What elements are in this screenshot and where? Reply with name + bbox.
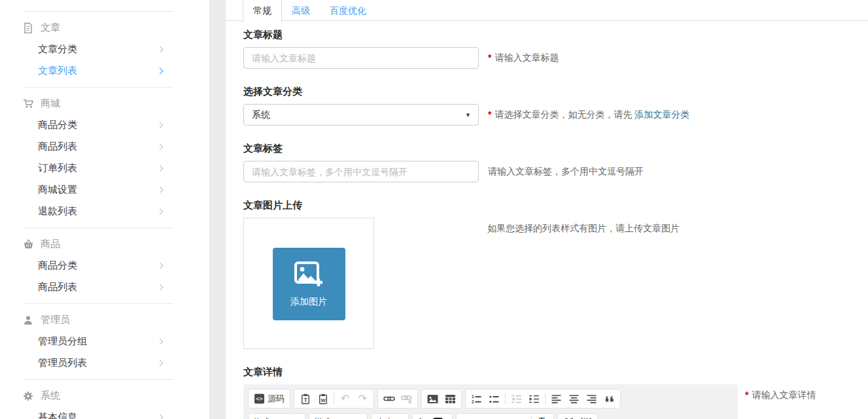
bold-button[interactable]: B: [459, 414, 476, 419]
sidebar-section-label: 文章: [41, 22, 60, 34]
paste-from-word-button[interactable]: W: [314, 391, 332, 407]
align-left-button[interactable]: [547, 391, 565, 407]
insert-table-button[interactable]: [442, 391, 459, 407]
format-dropdown[interactable]: 格式▾: [248, 413, 305, 419]
goods-icon: [23, 239, 34, 250]
insert-image-button[interactable]: [424, 391, 442, 407]
sidebar-section-文章[interactable]: 文章: [0, 17, 209, 39]
editor-toolbar-row2: 格式▾样式▾大小▾A▾A▾BIUSTx: [246, 411, 735, 419]
sidebar-item-label: 订单列表: [38, 162, 77, 175]
sidebar-item-退款列表[interactable]: 退款列表: [0, 201, 209, 222]
article-title-group: 文章标题 *请输入文章标题: [243, 29, 868, 69]
sidebar-item-label: 管理员列表: [38, 357, 87, 369]
bulleted-list-button[interactable]: [485, 391, 503, 407]
sidebar-section-商城[interactable]: 商城: [0, 93, 209, 114]
rich-text-editor: <>源码TW↶↷12 格式▾样式▾大小▾A▾A▾BIUSTx: [243, 384, 738, 419]
sidebar-section-label: 商品: [41, 238, 60, 250]
sidebar-item-基本信息[interactable]: 基本信息: [0, 407, 209, 419]
increase-indent-button[interactable]: [525, 391, 543, 407]
sidebar-item-商品列表[interactable]: 商品列表: [0, 136, 209, 158]
sidebar-item-label: 文章列表: [38, 65, 77, 77]
sidebar-item-订单列表[interactable]: 订单列表: [0, 158, 209, 179]
blockquote-button[interactable]: [600, 391, 618, 407]
admin-icon: [23, 314, 34, 326]
sidebar-divider: [23, 303, 173, 304]
blockquote-icon: [604, 394, 615, 404]
sidebar-item-label: 商城设置: [38, 184, 77, 196]
toolbar-group: A▾A▾: [412, 413, 453, 419]
sidebar-section-管理员[interactable]: 管理员: [0, 309, 209, 331]
italic-button[interactable]: I: [476, 414, 494, 419]
maximize-button[interactable]: [560, 414, 578, 419]
sidebar-item-商城设置[interactable]: 商城设置: [0, 179, 209, 201]
tab-百度优化[interactable]: 百度优化: [320, 0, 376, 21]
numbered-list-button[interactable]: 12: [468, 391, 485, 407]
remove-format-button[interactable]: Tx: [534, 414, 551, 419]
svg-text:<>: <>: [256, 395, 263, 402]
sidebar-divider: [23, 379, 173, 380]
sidebar-divider: [23, 11, 173, 12]
text-color-button[interactable]: A▾: [415, 414, 432, 419]
font-size-dropdown[interactable]: 大小▾: [371, 413, 409, 419]
category-select[interactable]: 系统 ▼: [243, 104, 479, 126]
chevron-right-icon: [157, 339, 164, 345]
strikethrough-button[interactable]: S: [512, 414, 529, 419]
unlink-icon: [401, 394, 413, 404]
sidebar-section-系统[interactable]: 系统: [0, 385, 209, 407]
redo-button: ↷: [354, 391, 372, 407]
required-asterisk: *: [488, 109, 491, 120]
article-detail-hint: *请输入文章详情: [745, 390, 816, 401]
link-button[interactable]: [380, 391, 398, 407]
sidebar-item-管理员列表[interactable]: 管理员列表: [0, 352, 209, 374]
tab-高级[interactable]: 高级: [282, 0, 320, 21]
chevron-right-icon: [157, 144, 164, 150]
background-color-button[interactable]: A▾: [432, 414, 450, 419]
article-form: 文章标题 *请输入文章标题 选择文章分类 系统 ▼ *请选择文章分类，如: [226, 21, 868, 419]
add-category-link[interactable]: 添加文章分类: [634, 109, 689, 120]
category-select-value: 系统: [252, 109, 270, 121]
system-icon: [23, 390, 34, 401]
article-icon: [23, 22, 34, 33]
chevron-right-icon: [157, 360, 164, 367]
tab-常规[interactable]: 常规: [243, 0, 282, 22]
sidebar-item-label: 商品列表: [38, 141, 77, 153]
chevron-right-icon: [157, 209, 164, 215]
underline-button[interactable]: U: [494, 414, 512, 419]
redo-icon: ↷: [358, 394, 367, 404]
sidebar-item-商品列表[interactable]: 商品列表: [0, 277, 209, 298]
toolbar-group: [557, 413, 598, 419]
toolbar-separator: [334, 393, 334, 405]
sidebar-item-管理员分组[interactable]: 管理员分组: [0, 331, 209, 352]
sidebar-section-商品[interactable]: 商品: [0, 233, 209, 255]
article-image-label: 文章图片上传: [243, 199, 868, 212]
toolbar-group: 12: [465, 389, 621, 409]
toolbar-group: [377, 389, 418, 409]
show-blocks-button[interactable]: [578, 414, 595, 419]
image-upload-box[interactable]: 添加图片: [243, 218, 374, 349]
add-image-button[interactable]: 添加图片: [273, 248, 345, 320]
article-title-hint: *请输入文章标题: [488, 52, 559, 64]
chevron-right-icon: [157, 284, 164, 291]
align-right-button[interactable]: [583, 391, 600, 407]
sidebar-item-label: 商品分类: [38, 260, 77, 272]
paste-text-button[interactable]: T: [296, 391, 314, 407]
article-tags-input[interactable]: [243, 161, 479, 182]
sidebar-item-商品分类[interactable]: 商品分类: [0, 114, 209, 136]
source-button[interactable]: <>源码: [251, 391, 288, 407]
decrease-indent-button: [508, 391, 525, 407]
sidebar-item-文章列表[interactable]: 文章列表: [0, 60, 209, 82]
editor-toolbar-row1: <>源码TW↶↷12: [246, 386, 735, 411]
align-center-button[interactable]: [565, 391, 583, 407]
align-center-icon: [568, 394, 580, 404]
sidebar-item-文章分类[interactable]: 文章分类: [0, 39, 209, 60]
sidebar-item-商品分类[interactable]: 商品分类: [0, 255, 209, 277]
sidebar-item-label: 文章分类: [38, 43, 77, 56]
styles-dropdown-label: 样式: [314, 416, 331, 419]
chevron-right-icon: [157, 165, 164, 172]
styles-dropdown[interactable]: 样式▾: [309, 413, 368, 419]
sidebar-item-label: 商品列表: [38, 281, 77, 293]
link-icon: [383, 394, 395, 404]
toolbar-separator: [505, 393, 506, 405]
sidebar: 文章文章分类文章列表商城商品分类商品列表订单列表商城设置退款列表商品商品分类商品…: [0, 0, 209, 419]
article-title-input[interactable]: [243, 47, 479, 69]
